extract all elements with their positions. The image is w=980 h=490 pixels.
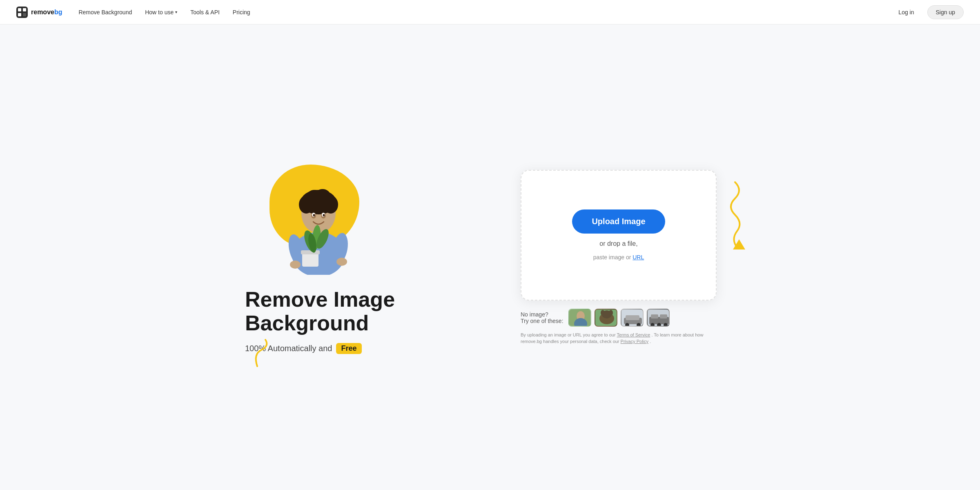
svg-rect-3 (18, 13, 21, 16)
upload-drop-zone[interactable]: Upload Image or drop a file, paste image… (521, 170, 717, 301)
svg-point-20 (290, 261, 301, 269)
svg-rect-23 (301, 250, 320, 254)
terms-of-service-link[interactable]: Terms of Service (617, 332, 650, 337)
hero-headline: Remove Image Background (245, 288, 478, 334)
logo[interactable]: removebg (16, 7, 62, 18)
upload-image-button[interactable]: Upload Image (572, 209, 665, 234)
signup-button[interactable]: Sign up (927, 5, 964, 19)
svg-rect-2 (23, 8, 26, 11)
sample-image-animal[interactable] (595, 309, 617, 327)
top-right-decoration (710, 178, 760, 260)
svg-rect-4 (23, 13, 26, 16)
svg-rect-44 (651, 314, 658, 318)
privacy-policy-link[interactable]: Privacy Policy (621, 339, 648, 344)
svg-rect-39 (626, 315, 639, 320)
sample-images (568, 309, 670, 327)
nav-auth: Log in Sign up (892, 5, 964, 19)
svg-point-17 (323, 214, 325, 216)
nav-tools-api[interactable]: Tools & API (190, 9, 220, 16)
sample-section: No image? Try one of these: (521, 309, 717, 327)
main-content: Remove Image Background 100% Automatical… (0, 24, 980, 490)
chevron-down-icon: ▾ (175, 10, 177, 14)
hero-person-image (278, 169, 359, 275)
sample-image-person1[interactable] (568, 309, 591, 327)
left-section: Remove Image Background 100% Automatical… (245, 160, 478, 354)
svg-point-21 (336, 258, 347, 266)
nav-pricing[interactable]: Pricing (233, 9, 250, 16)
svg-point-35 (601, 310, 605, 316)
navigation: removebg Remove Background How to use ▾ … (0, 0, 980, 24)
svg-point-11 (314, 189, 331, 204)
person-svg (280, 173, 357, 275)
logo-text: removebg (31, 9, 62, 16)
svg-rect-22 (302, 252, 318, 267)
hero-image-container (245, 160, 384, 275)
svg-rect-0 (16, 7, 28, 18)
svg-rect-1 (18, 8, 21, 11)
sample-image-vehicle[interactable] (647, 309, 670, 327)
free-badge: Free (336, 343, 361, 354)
nav-how-to-use[interactable]: How to use ▾ (145, 9, 177, 16)
paste-text: paste image or URL (593, 254, 644, 261)
sample-label: No image? Try one of these: (521, 311, 564, 324)
svg-point-16 (313, 214, 315, 216)
logo-icon (16, 7, 28, 18)
content-wrapper: Remove Image Background 100% Automatical… (245, 160, 735, 354)
svg-rect-45 (660, 314, 667, 318)
bottom-left-squiggle (249, 338, 290, 370)
login-button[interactable]: Log in (892, 6, 920, 19)
disclaimer-text: By uploading an image or URL you agree t… (521, 332, 717, 345)
drop-text: or drop a file, (599, 240, 637, 247)
svg-marker-28 (733, 239, 745, 249)
svg-point-36 (609, 310, 613, 316)
url-link[interactable]: URL (633, 254, 644, 261)
sample-image-car[interactable] (621, 309, 644, 327)
nav-links: Remove Background How to use ▾ Tools & A… (78, 9, 892, 16)
right-section: Upload Image or drop a file, paste image… (502, 170, 735, 345)
nav-remove-background[interactable]: Remove Background (78, 9, 132, 16)
